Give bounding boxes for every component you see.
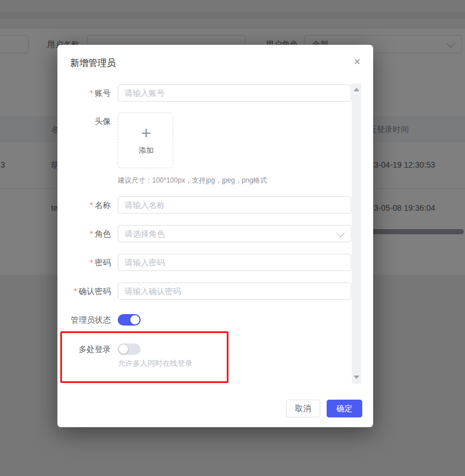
dialog-scrollbar[interactable] [352,83,361,384]
avatar-hint: 建议尺寸：100*100px，支持jpg，jpeg，png格式 [118,176,267,185]
toggle-knob [130,315,140,324]
cancel-button[interactable]: 取消 [286,400,320,417]
required-asterisk: * [90,258,93,267]
required-asterisk: * [90,200,93,210]
avatar-add-label: 添加 [118,145,174,156]
role-select-placeholder: 请选择角色 [125,226,165,242]
plus-icon: + [118,125,174,142]
password-input[interactable] [118,254,351,271]
name-input[interactable] [118,196,351,214]
confirm-password-label: *确认密码 [57,282,111,300]
account-input[interactable] [118,84,351,102]
required-asterisk: * [74,287,77,296]
toggle-knob [119,345,128,354]
avatar-label: 头像 [57,113,111,130]
account-label: *账号 [57,84,111,102]
scroll-up-icon[interactable] [354,88,359,91]
required-asterisk: * [90,229,93,238]
role-select[interactable]: 请选择角色 [118,225,351,242]
confirm-button[interactable]: 确定 [327,400,362,417]
required-asterisk: * [90,88,93,98]
admin-status-label: 管理员状态 [57,311,111,328]
scroll-down-icon[interactable] [354,376,359,379]
multi-login-hint: 允许多人同时在线登录 [118,358,192,369]
close-icon[interactable]: × [350,55,364,68]
admin-status-toggle[interactable] [118,314,141,326]
avatar-upload-box[interactable]: + 添加 [118,113,173,168]
add-admin-dialog: 新增管理员 × *账号 头像 + 添加 建议尺寸：100*100px，支持jpg… [57,45,373,427]
role-label: *角色 [57,225,111,242]
dialog-title: 新增管理员 [70,56,116,70]
chevron-down-icon [336,229,344,237]
multi-login-label: 多处登录 [57,340,111,358]
password-label: *密码 [57,254,111,271]
multi-login-toggle[interactable] [118,343,141,355]
confirm-password-input[interactable] [118,282,351,300]
name-label: *名称 [57,196,111,214]
